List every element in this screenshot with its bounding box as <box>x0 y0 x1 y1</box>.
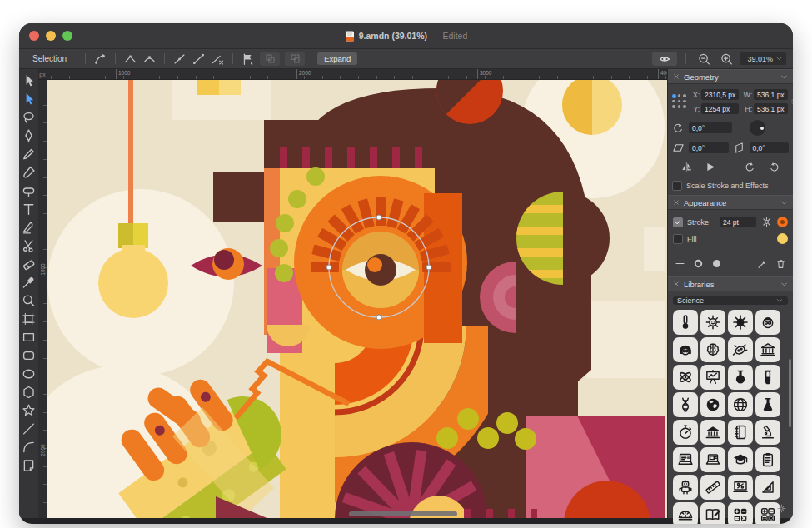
anchor-point-selector[interactable] <box>672 94 687 109</box>
star-tool[interactable] <box>21 401 37 420</box>
stroke-settings-gear-icon[interactable] <box>760 216 773 228</box>
join-segment-icon[interactable] <box>191 52 207 67</box>
anchor-dot[interactable] <box>683 94 686 97</box>
expand-button[interactable]: Expand <box>317 52 357 65</box>
flask-icon[interactable] <box>755 392 780 417</box>
globe-icon[interactable] <box>728 392 753 417</box>
book-pencil-icon[interactable] <box>700 502 725 524</box>
flask-round-icon[interactable] <box>728 365 753 390</box>
flip-horizontal-button[interactable] <box>680 161 693 173</box>
presentation-icon[interactable] <box>700 365 725 390</box>
y-field[interactable]: 1254 px <box>701 103 739 114</box>
virus-icon[interactable] <box>700 310 725 335</box>
stroke-swatch-icon[interactable] <box>692 257 705 270</box>
bacteria-icon[interactable] <box>728 337 753 362</box>
trash-icon[interactable] <box>775 257 787 270</box>
artboard-tool[interactable] <box>21 310 37 328</box>
lasso-tool[interactable] <box>21 108 37 127</box>
blend-pen-icon[interactable] <box>756 257 769 270</box>
minimize-window-button[interactable] <box>46 31 56 41</box>
fill-swatch-icon[interactable] <box>710 257 723 270</box>
stroke-width-field[interactable]: 24 pt <box>720 217 756 227</box>
stroke-color-swatch[interactable] <box>777 217 788 227</box>
convert-anchor-icon[interactable] <box>92 52 108 67</box>
anchor-dot[interactable] <box>683 105 686 108</box>
skew-horizontal-field[interactable]: 0,0° <box>689 142 729 153</box>
constrain-proportions-icon[interactable] <box>790 92 793 111</box>
thermometer-icon[interactable] <box>673 310 698 335</box>
ellipse-tool[interactable] <box>21 365 37 383</box>
ruler-icon[interactable] <box>700 475 725 500</box>
libraries-header[interactable]: Libraries <box>668 276 793 291</box>
rect-tool[interactable] <box>21 328 37 346</box>
triangle-icon[interactable] <box>755 475 780 500</box>
protractor-icon[interactable] <box>673 502 698 524</box>
snap-flag-icon[interactable] <box>240 52 256 67</box>
arc-tool[interactable] <box>21 438 37 456</box>
globe-solid-icon[interactable] <box>700 392 725 417</box>
line-tool[interactable] <box>21 420 37 438</box>
cut-segment-icon[interactable] <box>172 52 187 67</box>
stroke-checkbox[interactable] <box>673 217 683 227</box>
anchor-dot[interactable] <box>672 100 675 103</box>
pen-tool[interactable] <box>21 127 37 145</box>
zoom-window-button[interactable] <box>62 31 72 41</box>
robot-icon[interactable] <box>673 475 698 500</box>
group-button[interactable] <box>260 52 280 66</box>
stopwatch-icon[interactable] <box>673 420 698 445</box>
library-scrollbar[interactable] <box>789 359 791 427</box>
museum-icon[interactable] <box>755 337 780 362</box>
select-tool[interactable] <box>21 72 37 90</box>
dial-handle[interactable] <box>760 127 764 130</box>
zoom-level-dropdown[interactable]: 39,01% <box>740 52 786 65</box>
corner-point-icon[interactable] <box>122 52 138 67</box>
zoom-tool[interactable] <box>21 291 37 310</box>
laptop-icon[interactable] <box>700 447 725 472</box>
clipboard-icon[interactable] <box>755 447 780 472</box>
grad-cap-icon[interactable] <box>728 447 753 472</box>
horizontal-ruler[interactable]: px 1000200030004000 <box>38 69 667 80</box>
brush-tool[interactable] <box>21 163 37 182</box>
remove-segment-icon[interactable] <box>210 52 226 67</box>
preview-eye-button[interactable] <box>652 52 677 66</box>
anchor-dot[interactable] <box>678 94 681 97</box>
width-tool[interactable] <box>21 182 37 200</box>
fill-color-swatch[interactable] <box>777 233 788 244</box>
zoom-out-icon[interactable] <box>696 52 712 67</box>
test-tube-icon[interactable] <box>755 365 780 390</box>
skew-vertical-field[interactable]: 0,0° <box>750 142 790 153</box>
pencil-tool[interactable] <box>21 145 37 163</box>
horizontal-scrollbar[interactable] <box>349 511 457 516</box>
anchor-dot[interactable] <box>672 94 676 98</box>
anchor-dot[interactable] <box>678 105 681 108</box>
calculator-solid-icon[interactable] <box>728 502 753 524</box>
scale-stroke-checkbox[interactable] <box>672 181 682 191</box>
scientist-woman-icon[interactable] <box>673 337 698 362</box>
vertical-ruler[interactable]: 10002000 <box>38 80 47 518</box>
rotation-dial[interactable] <box>750 120 765 136</box>
microscope-icon[interactable] <box>755 420 780 445</box>
smooth-point-icon[interactable] <box>142 52 157 67</box>
eraser-tool[interactable] <box>21 255 37 273</box>
sheet-tool[interactable] <box>21 456 37 475</box>
virus-solid-icon[interactable] <box>728 310 753 335</box>
anchor-dot[interactable] <box>672 105 675 108</box>
library-settings-gear-icon[interactable] <box>776 503 787 514</box>
notebook-icon[interactable] <box>728 420 753 445</box>
text-tool[interactable] <box>21 200 37 218</box>
brain-icon[interactable] <box>700 337 725 362</box>
fill-checkbox[interactable] <box>673 234 683 244</box>
rotate-cw-button[interactable] <box>768 161 780 173</box>
laptop-book-icon[interactable] <box>673 447 698 472</box>
eyedropper-tool[interactable] <box>21 273 37 291</box>
canvas[interactable] <box>47 80 667 518</box>
scientist-man-icon[interactable] <box>755 310 780 335</box>
geometry-header[interactable]: Geometry <box>668 69 793 84</box>
close-window-button[interactable] <box>29 31 39 41</box>
atom-icon[interactable] <box>673 365 698 390</box>
anchor-dot[interactable] <box>678 100 681 103</box>
library-select[interactable]: Science <box>673 296 788 305</box>
direct-select-tool[interactable] <box>21 90 37 108</box>
flip-vertical-button[interactable] <box>705 161 717 173</box>
bank-icon[interactable] <box>700 420 725 445</box>
